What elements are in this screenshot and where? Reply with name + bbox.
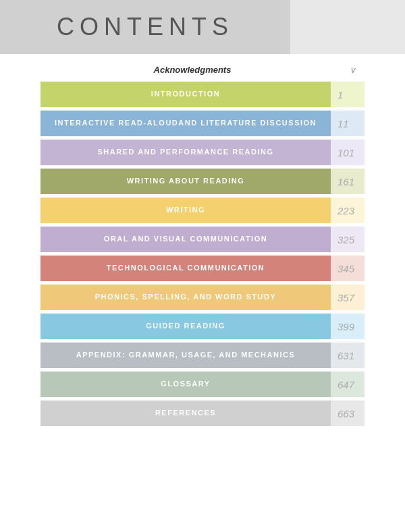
acknowledgments-row: Acknowledgments v xyxy=(40,61,364,82)
toc-label: ORAL AND VISUAL COMMUNICATION xyxy=(40,227,331,252)
toc-label: REFERENCES xyxy=(40,401,331,426)
contents-body: Acknowledgments v INTRODUCTION1INTERACTI… xyxy=(0,54,405,532)
toc-label: GUIDED READING xyxy=(40,314,331,339)
toc-page: 11 xyxy=(331,111,364,136)
table-row[interactable]: INTERACTIVE READ-ALOUDAND LITERATURE DIS… xyxy=(40,111,364,136)
acknowledgments-label: Acknowledgments xyxy=(40,65,344,75)
toc-page: 161 xyxy=(331,169,364,194)
toc-page: 357 xyxy=(331,285,364,310)
toc-label: INTRODUCTION xyxy=(40,82,331,107)
table-row[interactable]: GUIDED READING399 xyxy=(40,314,364,339)
toc-label: APPENDIX: GRAMMAR, USAGE, AND MECHANICS xyxy=(40,343,331,368)
toc-page: 647 xyxy=(331,372,364,397)
header-right xyxy=(290,0,405,54)
toc-label: WRITING xyxy=(40,198,331,223)
toc-page: 1 xyxy=(331,82,364,107)
table-row[interactable]: TECHNOLOGICAL COMMUNICATION345 xyxy=(40,256,364,281)
toc-page: 345 xyxy=(331,256,364,281)
header: CONTENTS xyxy=(0,0,405,54)
table-row[interactable]: INTRODUCTION1 xyxy=(40,82,364,107)
toc-page: 325 xyxy=(331,227,364,252)
toc-label: GLOSSARY xyxy=(40,372,331,397)
toc-page: 223 xyxy=(331,198,364,223)
toc-page: 631 xyxy=(331,343,364,368)
acknowledgments-page: v xyxy=(344,65,364,75)
page: CONTENTS Acknowledgments v INTRODUCTION1… xyxy=(0,0,405,532)
table-row[interactable]: GLOSSARY647 xyxy=(40,372,364,397)
table-row[interactable]: SHARED AND PERFORMANCE READING101 xyxy=(40,140,364,165)
toc-page: 101 xyxy=(331,140,364,165)
toc-label: SHARED AND PERFORMANCE READING xyxy=(40,140,331,165)
toc-label: PHONICS, SPELLING, AND WORD STUDY xyxy=(40,285,331,310)
table-row[interactable]: REFERENCES663 xyxy=(40,401,364,426)
toc-label: TECHNOLOGICAL COMMUNICATION xyxy=(40,256,331,281)
page-title: CONTENTS xyxy=(57,13,234,41)
table-row[interactable]: PHONICS, SPELLING, AND WORD STUDY357 xyxy=(40,285,364,310)
toc-label: WRITING ABOUT READING xyxy=(40,169,331,194)
table-row[interactable]: ORAL AND VISUAL COMMUNICATION325 xyxy=(40,227,364,252)
table-row[interactable]: WRITING223 xyxy=(40,198,364,223)
header-left: CONTENTS xyxy=(0,0,290,54)
toc-page: 399 xyxy=(331,314,364,339)
toc-container: INTRODUCTION1INTERACTIVE READ-ALOUDAND L… xyxy=(40,82,364,426)
table-row[interactable]: APPENDIX: GRAMMAR, USAGE, AND MECHANICS6… xyxy=(40,343,364,368)
toc-page: 663 xyxy=(331,401,364,426)
toc-label: INTERACTIVE READ-ALOUDAND LITERATURE DIS… xyxy=(40,111,331,136)
table-row[interactable]: WRITING ABOUT READING161 xyxy=(40,169,364,194)
